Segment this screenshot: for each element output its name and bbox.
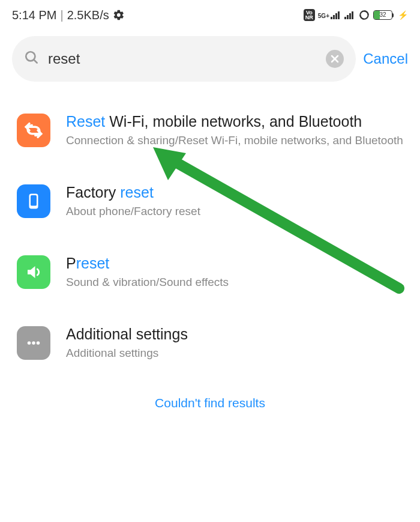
result-text: Preset Sound & vibration/Sound effects — [66, 253, 403, 290]
about-phone-icon — [17, 184, 50, 218]
search-input[interactable] — [48, 50, 317, 67]
svg-rect-1 — [333, 15, 335, 19]
result-subtitle: About phone/Factory reset — [66, 204, 403, 219]
sound-icon — [17, 255, 50, 289]
battery-indicator: 32 — [373, 10, 394, 20]
svg-rect-2 — [335, 13, 337, 19]
sync-status-icon — [358, 9, 370, 21]
signal-5g: 5G+ — [318, 11, 341, 19]
result-text: Factory reset About phone/Factory reset — [66, 183, 403, 219]
svg-rect-3 — [338, 11, 340, 19]
result-text: Additional settings Additional settings — [66, 324, 403, 360]
svg-rect-0 — [331, 17, 332, 19]
status-speed: 2.5KB/s — [67, 8, 109, 22]
vonr-badge: VoNR — [304, 9, 315, 21]
close-icon — [331, 55, 339, 63]
result-title: Reset Wi-Fi, mobile networks, and Blueto… — [66, 112, 403, 132]
search-results: Reset Wi-Fi, mobile networks, and Blueto… — [0, 88, 420, 410]
svg-rect-6 — [349, 13, 351, 19]
svg-rect-5 — [347, 15, 349, 19]
status-bar: 5:14 PM | 2.5KB/s VoNR 5G+ 32 ⚡ — [0, 0, 420, 30]
result-reset-network[interactable]: Reset Wi-Fi, mobile networks, and Blueto… — [17, 112, 403, 148]
result-subtitle: Connection & sharing/Reset Wi-Fi, mobile… — [66, 133, 403, 148]
result-title: Factory reset — [66, 183, 403, 202]
result-additional-settings[interactable]: Additional settings Additional settings — [17, 324, 403, 360]
gear-icon — [113, 9, 125, 21]
cancel-button[interactable]: Cancel — [363, 50, 408, 67]
search-icon — [24, 50, 40, 68]
result-subtitle: Additional settings — [66, 345, 403, 361]
additional-settings-icon — [17, 326, 50, 360]
result-text: Reset Wi-Fi, mobile networks, and Blueto… — [66, 112, 403, 148]
clear-search-button[interactable] — [326, 50, 344, 68]
result-subtitle: Sound & vibration/Sound effects — [66, 275, 403, 290]
result-preset[interactable]: Preset Sound & vibration/Sound effects — [17, 253, 403, 290]
signal-icon — [344, 11, 355, 19]
svg-rect-14 — [31, 195, 37, 206]
svg-point-15 — [28, 342, 31, 345]
svg-rect-4 — [344, 17, 346, 19]
search-box[interactable] — [12, 36, 356, 82]
status-right: VoNR 5G+ 32 ⚡ — [304, 9, 408, 21]
svg-line-10 — [34, 59, 37, 62]
result-title: Preset — [66, 253, 403, 273]
search-row: Cancel — [0, 30, 420, 88]
charging-icon: ⚡ — [398, 10, 408, 20]
status-divider: | — [60, 8, 63, 22]
svg-point-17 — [37, 342, 40, 345]
no-more-results-label: Couldn't find results — [17, 396, 403, 410]
result-title: Additional settings — [66, 324, 403, 344]
status-time: 5:14 PM — [12, 8, 56, 22]
status-left: 5:14 PM | 2.5KB/s — [12, 8, 125, 22]
svg-point-16 — [32, 342, 35, 345]
connection-sharing-icon — [17, 114, 50, 147]
svg-rect-7 — [352, 11, 353, 19]
result-factory-reset[interactable]: Factory reset About phone/Factory reset — [17, 183, 403, 219]
